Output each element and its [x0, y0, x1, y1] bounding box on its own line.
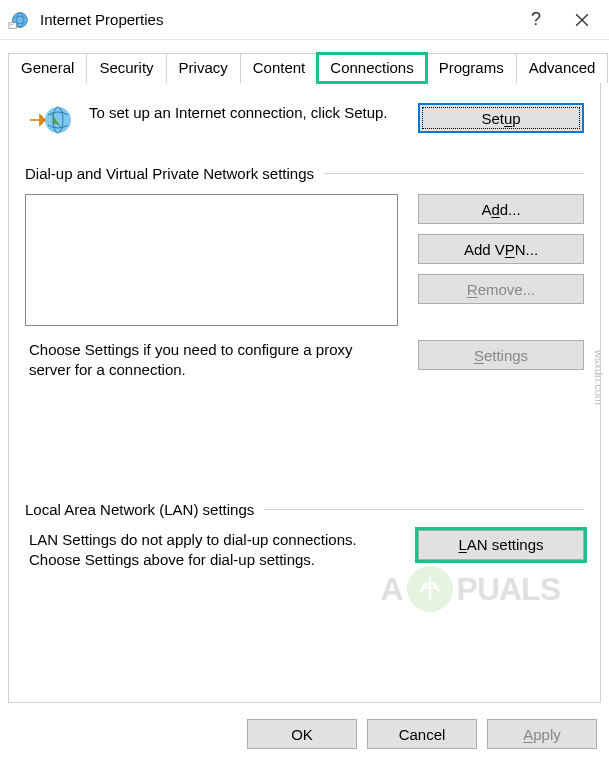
- lan-description: LAN Settings do not apply to dial-up con…: [25, 530, 398, 571]
- tab-strip: General Security Privacy Content Connect…: [8, 52, 601, 82]
- dialog-button-bar: OK Cancel Apply: [0, 711, 609, 759]
- tab-programs[interactable]: Programs: [426, 53, 517, 83]
- help-button[interactable]: ?: [513, 1, 559, 39]
- tab-general[interactable]: General: [8, 53, 87, 83]
- internet-options-icon: [8, 9, 30, 31]
- settings-button: Settings: [418, 340, 584, 370]
- cancel-button[interactable]: Cancel: [367, 719, 477, 749]
- title-bar: Internet Properties ?: [0, 0, 609, 40]
- dialup-group-header: Dial-up and Virtual Private Network sett…: [25, 165, 584, 182]
- close-button[interactable]: [559, 1, 605, 39]
- ok-button[interactable]: OK: [247, 719, 357, 749]
- lan-group-header: Local Area Network (LAN) settings: [25, 501, 584, 518]
- svg-point-5: [45, 107, 71, 133]
- tab-connections[interactable]: Connections: [317, 53, 426, 83]
- proxy-description: Choose Settings if you need to configure…: [25, 340, 398, 381]
- connections-listbox[interactable]: [25, 194, 398, 326]
- dialup-group-label: Dial-up and Virtual Private Network sett…: [25, 165, 314, 182]
- divider: [324, 173, 584, 174]
- divider: [264, 509, 584, 510]
- lan-settings-button[interactable]: LAN settings: [418, 530, 584, 560]
- remove-button: Remove...: [418, 274, 584, 304]
- connect-wizard-icon: [25, 103, 75, 137]
- watermark: A PUALS: [380, 566, 560, 612]
- add-button[interactable]: Add...: [418, 194, 584, 224]
- svg-rect-2: [9, 22, 16, 28]
- tab-content[interactable]: Content: [240, 53, 319, 83]
- lan-group-label: Local Area Network (LAN) settings: [25, 501, 254, 518]
- tab-advanced[interactable]: Advanced: [516, 53, 609, 83]
- tab-panel-connections: To set up an Internet connection, click …: [8, 82, 601, 703]
- add-vpn-button[interactable]: Add VPN...: [418, 234, 584, 264]
- setup-button[interactable]: Setup: [418, 103, 584, 133]
- svg-point-3: [10, 24, 11, 25]
- apply-button: Apply: [487, 719, 597, 749]
- window-title: Internet Properties: [40, 11, 513, 28]
- tab-security[interactable]: Security: [86, 53, 166, 83]
- setup-description: To set up an Internet connection, click …: [89, 103, 404, 123]
- tab-privacy[interactable]: Privacy: [166, 53, 241, 83]
- svg-point-4: [12, 24, 13, 25]
